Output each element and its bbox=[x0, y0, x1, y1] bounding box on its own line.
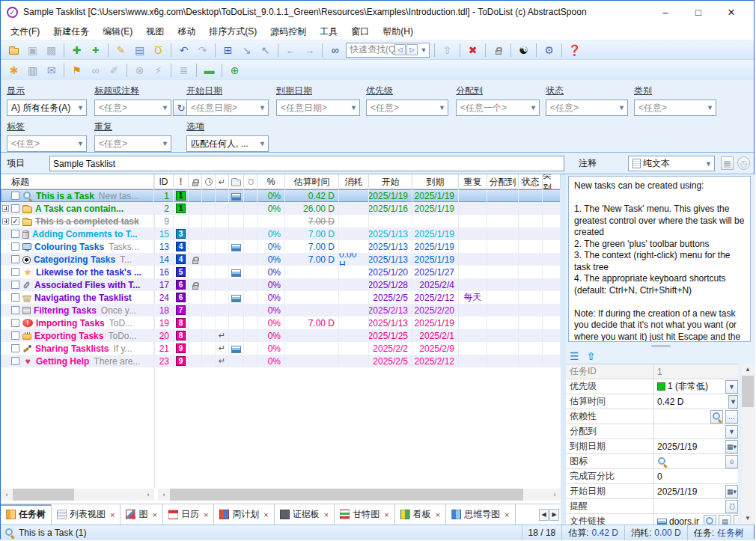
task-title-cell[interactable]: Categorizing TasksT... bbox=[1, 253, 154, 266]
donate-button[interactable]: ▬ bbox=[200, 62, 219, 79]
comments-clock-button[interactable]: ◷ bbox=[737, 156, 750, 170]
column-header-pct[interactable]: % bbox=[257, 174, 285, 189]
task-checkbox[interactable] bbox=[11, 230, 19, 238]
task-checkbox[interactable] bbox=[11, 255, 19, 263]
menu-item-9[interactable]: 帮助(H) bbox=[376, 24, 420, 40]
scroll-right-icon[interactable]: › bbox=[549, 489, 561, 501]
scroll-up-icon[interactable]: ▲ bbox=[742, 364, 754, 376]
scroll-thumb[interactable] bbox=[13, 489, 74, 501]
save-button[interactable]: ▣ bbox=[23, 42, 42, 58]
minimize-button[interactable]: – bbox=[649, 1, 682, 22]
project-input[interactable] bbox=[49, 156, 564, 171]
smiley-button[interactable]: ☺ bbox=[725, 455, 738, 468]
expand-icon[interactable] bbox=[2, 218, 9, 224]
bell-button[interactable]: Ω bbox=[725, 500, 738, 513]
comments-calc-button[interactable]: ▦ bbox=[721, 156, 734, 170]
task-checkbox[interactable]: ✓ bbox=[11, 217, 19, 225]
new-subtask-button[interactable]: ✚ bbox=[86, 42, 105, 58]
undo-button[interactable]: ↶ bbox=[174, 42, 193, 58]
attribute-value[interactable]: ▼ bbox=[654, 425, 738, 438]
column-header-prio[interactable]: ! bbox=[174, 174, 189, 189]
column-header-lock[interactable] bbox=[189, 174, 202, 189]
column-header-title[interactable]: 标题 bbox=[1, 174, 154, 189]
task-row[interactable]: Categorizing TasksT...1440%7.00 D0.00 H2… bbox=[1, 253, 561, 266]
comments-resize-grip[interactable] bbox=[566, 343, 755, 348]
tab-日历[interactable]: 日历× bbox=[163, 504, 214, 525]
tab-close-icon[interactable]: × bbox=[204, 510, 208, 519]
filter-combo[interactable]: <任意>▼ bbox=[366, 100, 448, 116]
task-title-cell[interactable]: Exporting TasksToDo... bbox=[1, 329, 154, 342]
scroll-thumb[interactable] bbox=[170, 489, 523, 501]
find-tasks-button[interactable]: ∞ bbox=[326, 42, 344, 58]
attribute-value[interactable]: 1 (非常低)▼ bbox=[654, 380, 738, 394]
maximize-view-button[interactable]: ⊞ bbox=[219, 42, 237, 58]
filter-combo[interactable]: <任意>▼ bbox=[7, 135, 87, 152]
menu-item-3[interactable]: 视图 bbox=[139, 24, 171, 40]
calendar-button[interactable]: ▦▾ bbox=[725, 440, 738, 453]
task-row[interactable]: !Importing TasksToD...1980%7.00 D2025/1/… bbox=[1, 317, 561, 329]
search-button[interactable] bbox=[704, 515, 716, 525]
new-task-button[interactable]: ✚ bbox=[67, 42, 86, 58]
help-button[interactable]: ❓ bbox=[565, 42, 584, 58]
column-header-assign[interactable]: 分配到 bbox=[487, 174, 519, 189]
edit-task-button[interactable]: ✎ bbox=[112, 42, 130, 58]
column-header-spent[interactable]: 消耗 bbox=[339, 174, 369, 189]
task-title-cell[interactable]: This is a TaskNew tas... bbox=[1, 189, 154, 202]
filter-combo[interactable]: <任意日期>▼ bbox=[276, 100, 360, 116]
attribute-value[interactable]: doors.jr▤▼ bbox=[654, 515, 738, 525]
column-header-clock[interactable] bbox=[202, 174, 216, 189]
filter-combo[interactable]: <任意>▼ bbox=[546, 100, 628, 116]
task-title-cell[interactable]: Navigating the Tasklist bbox=[1, 291, 154, 304]
open-tasklist-button[interactable] bbox=[4, 42, 23, 58]
quick-find-prev-button[interactable]: ◁ bbox=[394, 44, 406, 55]
task-title-cell[interactable]: Colouring TasksTasks... bbox=[1, 240, 154, 253]
task-row[interactable]: Colouring TasksTasks...1340%7.00 D2025/1… bbox=[1, 240, 561, 253]
spin-button[interactable]: ▼ bbox=[728, 395, 738, 409]
expand-icon[interactable] bbox=[2, 205, 9, 212]
attribute-value[interactable]: 1 bbox=[654, 367, 738, 377]
calendar-button[interactable]: ▦▾ bbox=[725, 485, 738, 498]
attribute-value[interactable]: … bbox=[654, 410, 738, 424]
close-button[interactable]: ✕ bbox=[715, 1, 748, 22]
delete-task-button[interactable]: ✖ bbox=[463, 42, 482, 58]
filter-combo[interactable]: 匹配任何人, ...▼ bbox=[186, 135, 269, 152]
sort-attributes-icon[interactable]: ⇧ bbox=[587, 350, 596, 362]
quick-find-combo[interactable]: 快速查找(Q)◁▷▼ bbox=[346, 43, 430, 58]
task-row[interactable]: Adding Comments to T...1530%7.00 D2025/1… bbox=[1, 227, 561, 240]
save-all-button[interactable]: ▩ bbox=[42, 42, 61, 58]
task-row[interactable]: Navigating the Tasklist2460%2025/2/52025… bbox=[1, 291, 561, 304]
task-comments[interactable]: New tasks can be created using: 1. The '… bbox=[568, 176, 751, 342]
task-title-cell[interactable]: Filtering TasksOnce y... bbox=[1, 304, 154, 317]
ellipsis-button[interactable]: … bbox=[725, 410, 738, 424]
flag-task-button[interactable]: ⚑ bbox=[67, 62, 86, 79]
tab-close-icon[interactable]: × bbox=[152, 510, 156, 519]
column-header-recur[interactable]: 重复 bbox=[459, 174, 487, 189]
task-checkbox[interactable] bbox=[11, 242, 19, 251]
search-button[interactable] bbox=[710, 410, 723, 424]
tab-任务树[interactable]: 任务树 bbox=[1, 504, 52, 525]
task-checkbox[interactable] bbox=[11, 344, 19, 352]
task-checkbox[interactable] bbox=[11, 281, 19, 289]
filter-combo[interactable]: A) 所有任务(A)▼ bbox=[7, 100, 87, 116]
scroll-left-icon[interactable]: ‹ bbox=[158, 489, 170, 501]
filter-combo[interactable]: <任意>▼ bbox=[94, 135, 171, 152]
menu-item-6[interactable]: 源码控制 bbox=[263, 24, 313, 40]
attribute-value[interactable]: ☺ bbox=[654, 455, 738, 468]
column-header-bell[interactable]: Ω bbox=[244, 174, 257, 189]
tab-甘特图[interactable]: 甘特图× bbox=[335, 504, 394, 525]
lock-button[interactable] bbox=[489, 42, 507, 58]
comments-format-combo[interactable]: 纯文本 ▼ bbox=[628, 156, 715, 171]
task-checkbox[interactable] bbox=[11, 306, 19, 314]
tab-周计划[interactable]: 周计划× bbox=[214, 504, 274, 525]
combo-button[interactable]: ▼ bbox=[725, 380, 738, 394]
activity-log-button[interactable]: ≣ bbox=[174, 62, 193, 79]
scroll-left-icon[interactable]: ‹ bbox=[1, 489, 13, 501]
nav-back-button[interactable]: ← bbox=[281, 42, 300, 58]
menu-item-2[interactable]: 编辑(E) bbox=[96, 24, 139, 40]
outdent-task-button[interactable]: ↖ bbox=[256, 42, 275, 58]
link-task-button[interactable]: ∞ bbox=[86, 62, 105, 79]
task-row[interactable]: ★Likewise for the task's ...1650%2025/1/… bbox=[1, 266, 561, 278]
scroll-thumb[interactable] bbox=[742, 376, 754, 407]
title-hscrollbar[interactable]: ‹ › bbox=[1, 489, 154, 501]
attribute-list-icon[interactable]: ☰ bbox=[570, 350, 579, 362]
